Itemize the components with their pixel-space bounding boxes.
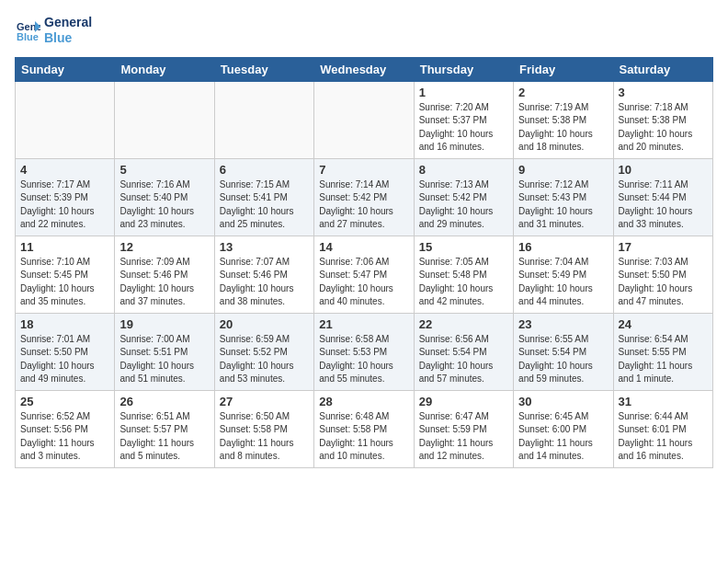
day-info: Sunrise: 7:10 AM Sunset: 5:45 PM Dayligh…	[20, 256, 109, 309]
day-number: 17	[619, 240, 708, 254]
day-info: Sunrise: 6:45 AM Sunset: 6:00 PM Dayligh…	[518, 410, 608, 464]
day-info: Sunrise: 7:01 AM Sunset: 5:50 PM Dayligh…	[20, 333, 109, 386]
day-number: 22	[419, 317, 508, 331]
logo: General Blue General Blue	[15, 15, 92, 46]
day-info: Sunrise: 7:00 AM Sunset: 5:51 PM Dayligh…	[119, 333, 209, 386]
day-info: Sunrise: 6:56 AM Sunset: 5:54 PM Dayligh…	[419, 333, 508, 386]
day-info: Sunrise: 6:59 AM Sunset: 5:52 PM Dayligh…	[220, 333, 309, 386]
calendar-week-5: 25Sunrise: 6:52 AM Sunset: 5:56 PM Dayli…	[16, 390, 713, 467]
calendar-cell: 25Sunrise: 6:52 AM Sunset: 5:56 PM Dayli…	[16, 390, 115, 467]
day-number: 24	[619, 317, 708, 331]
day-number: 29	[419, 395, 508, 408]
day-info: Sunrise: 6:47 AM Sunset: 5:59 PM Dayligh…	[419, 410, 508, 464]
calendar-cell: 21Sunrise: 6:58 AM Sunset: 5:53 PM Dayli…	[314, 313, 414, 390]
calendar-cell: 29Sunrise: 6:47 AM Sunset: 5:59 PM Dayli…	[414, 390, 513, 467]
calendar-week-4: 18Sunrise: 7:01 AM Sunset: 5:50 PM Dayli…	[16, 313, 713, 390]
calendar-cell: 31Sunrise: 6:44 AM Sunset: 6:01 PM Dayli…	[613, 390, 712, 467]
day-info: Sunrise: 7:11 AM Sunset: 5:44 PM Dayligh…	[619, 178, 708, 232]
day-number: 21	[319, 317, 408, 331]
day-number: 5	[119, 163, 209, 177]
day-of-week-sunday: Sunday	[16, 57, 115, 81]
calendar-week-2: 4Sunrise: 7:17 AM Sunset: 5:39 PM Daylig…	[16, 158, 713, 236]
day-number: 10	[619, 163, 708, 177]
day-number: 26	[119, 395, 209, 408]
day-number: 27	[220, 395, 309, 408]
day-number: 1	[419, 86, 508, 99]
day-number: 7	[319, 163, 408, 177]
calendar-cell: 19Sunrise: 7:00 AM Sunset: 5:51 PM Dayli…	[115, 313, 214, 390]
calendar-cell: 22Sunrise: 6:56 AM Sunset: 5:54 PM Dayli…	[414, 313, 513, 390]
day-info: Sunrise: 7:19 AM Sunset: 5:38 PM Dayligh…	[518, 101, 608, 155]
calendar-cell: 11Sunrise: 7:10 AM Sunset: 5:45 PM Dayli…	[16, 236, 115, 313]
calendar: SundayMondayTuesdayWednesdayThursdayFrid…	[15, 57, 713, 468]
day-number: 9	[518, 163, 608, 177]
calendar-cell: 2Sunrise: 7:19 AM Sunset: 5:38 PM Daylig…	[514, 81, 613, 158]
calendar-cell: 6Sunrise: 7:15 AM Sunset: 5:41 PM Daylig…	[214, 158, 313, 236]
day-number: 4	[20, 163, 109, 177]
day-info: Sunrise: 6:50 AM Sunset: 5:58 PM Dayligh…	[220, 410, 309, 464]
calendar-cell: 26Sunrise: 6:51 AM Sunset: 5:57 PM Dayli…	[115, 390, 214, 467]
day-info: Sunrise: 7:06 AM Sunset: 5:47 PM Dayligh…	[319, 256, 408, 309]
day-info: Sunrise: 6:52 AM Sunset: 5:56 PM Dayligh…	[20, 410, 109, 464]
calendar-cell: 9Sunrise: 7:12 AM Sunset: 5:43 PM Daylig…	[514, 158, 613, 236]
svg-text:Blue: Blue	[17, 31, 39, 42]
calendar-cell: 13Sunrise: 7:07 AM Sunset: 5:46 PM Dayli…	[214, 236, 313, 313]
day-of-week-saturday: Saturday	[613, 57, 712, 81]
day-number: 18	[20, 317, 109, 331]
day-info: Sunrise: 7:14 AM Sunset: 5:42 PM Dayligh…	[319, 178, 408, 232]
day-info: Sunrise: 6:58 AM Sunset: 5:53 PM Dayligh…	[319, 333, 408, 386]
day-info: Sunrise: 7:04 AM Sunset: 5:49 PM Dayligh…	[518, 256, 608, 309]
day-info: Sunrise: 7:07 AM Sunset: 5:46 PM Dayligh…	[220, 256, 309, 309]
calendar-cell: 18Sunrise: 7:01 AM Sunset: 5:50 PM Dayli…	[16, 313, 115, 390]
calendar-cell: 15Sunrise: 7:05 AM Sunset: 5:48 PM Dayli…	[414, 236, 513, 313]
day-number: 12	[119, 240, 209, 254]
calendar-cell: 17Sunrise: 7:03 AM Sunset: 5:50 PM Dayli…	[613, 236, 712, 313]
day-number: 3	[619, 86, 708, 99]
day-info: Sunrise: 7:13 AM Sunset: 5:42 PM Dayligh…	[419, 178, 508, 232]
calendar-cell: 23Sunrise: 6:55 AM Sunset: 5:54 PM Dayli…	[514, 313, 613, 390]
calendar-cell: 20Sunrise: 6:59 AM Sunset: 5:52 PM Dayli…	[214, 313, 313, 390]
calendar-cell: 1Sunrise: 7:20 AM Sunset: 5:37 PM Daylig…	[414, 81, 513, 158]
day-info: Sunrise: 6:51 AM Sunset: 5:57 PM Dayligh…	[119, 410, 209, 464]
calendar-header-row: SundayMondayTuesdayWednesdayThursdayFrid…	[16, 57, 713, 81]
day-info: Sunrise: 7:20 AM Sunset: 5:37 PM Dayligh…	[419, 101, 508, 155]
calendar-cell	[16, 81, 115, 158]
calendar-week-1: 1Sunrise: 7:20 AM Sunset: 5:37 PM Daylig…	[16, 81, 713, 158]
day-number: 11	[20, 240, 109, 254]
day-info: Sunrise: 6:48 AM Sunset: 5:58 PM Dayligh…	[319, 410, 408, 464]
day-number: 19	[119, 317, 209, 331]
day-info: Sunrise: 7:17 AM Sunset: 5:39 PM Dayligh…	[20, 178, 109, 232]
day-of-week-tuesday: Tuesday	[214, 57, 313, 81]
day-info: Sunrise: 6:55 AM Sunset: 5:54 PM Dayligh…	[518, 333, 608, 386]
day-number: 31	[619, 395, 708, 408]
calendar-cell: 10Sunrise: 7:11 AM Sunset: 5:44 PM Dayli…	[613, 158, 712, 236]
logo-text: General Blue	[44, 15, 92, 46]
calendar-cell	[214, 81, 313, 158]
calendar-cell: 4Sunrise: 7:17 AM Sunset: 5:39 PM Daylig…	[16, 158, 115, 236]
day-of-week-wednesday: Wednesday	[314, 57, 414, 81]
day-info: Sunrise: 7:16 AM Sunset: 5:40 PM Dayligh…	[119, 178, 209, 232]
header: General Blue General Blue	[15, 15, 713, 46]
calendar-cell: 7Sunrise: 7:14 AM Sunset: 5:42 PM Daylig…	[314, 158, 414, 236]
day-of-week-friday: Friday	[514, 57, 613, 81]
day-number: 6	[220, 163, 309, 177]
calendar-cell: 28Sunrise: 6:48 AM Sunset: 5:58 PM Dayli…	[314, 390, 414, 467]
calendar-cell: 27Sunrise: 6:50 AM Sunset: 5:58 PM Dayli…	[214, 390, 313, 467]
calendar-cell: 30Sunrise: 6:45 AM Sunset: 6:00 PM Dayli…	[514, 390, 613, 467]
day-info: Sunrise: 7:05 AM Sunset: 5:48 PM Dayligh…	[419, 256, 508, 309]
day-number: 15	[419, 240, 508, 254]
day-info: Sunrise: 7:09 AM Sunset: 5:46 PM Dayligh…	[119, 256, 209, 309]
day-info: Sunrise: 6:54 AM Sunset: 5:55 PM Dayligh…	[619, 333, 708, 386]
day-number: 14	[319, 240, 408, 254]
day-info: Sunrise: 7:15 AM Sunset: 5:41 PM Dayligh…	[220, 178, 309, 232]
day-of-week-monday: Monday	[115, 57, 214, 81]
day-number: 30	[518, 395, 608, 408]
calendar-cell	[314, 81, 414, 158]
calendar-cell: 3Sunrise: 7:18 AM Sunset: 5:38 PM Daylig…	[613, 81, 712, 158]
day-number: 13	[220, 240, 309, 254]
calendar-cell: 5Sunrise: 7:16 AM Sunset: 5:40 PM Daylig…	[115, 158, 214, 236]
calendar-cell	[115, 81, 214, 158]
day-of-week-thursday: Thursday	[414, 57, 513, 81]
day-number: 2	[518, 86, 608, 99]
day-number: 20	[220, 317, 309, 331]
